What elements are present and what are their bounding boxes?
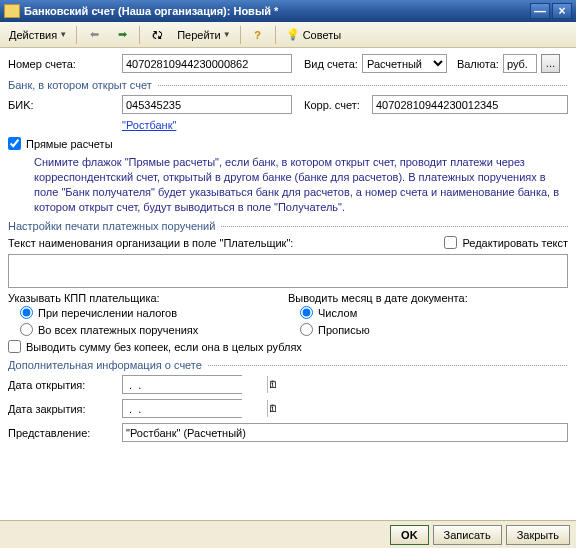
edit-text-checkbox[interactable] xyxy=(444,236,457,249)
chevron-down-icon: ▼ xyxy=(59,30,67,39)
print-section-header: Настройки печати платежных поручений xyxy=(8,220,568,232)
back-button[interactable]: ⬅ xyxy=(81,25,107,45)
month-opt1-label: Числом xyxy=(318,307,357,319)
month-opt2-label: Прописью xyxy=(318,324,370,336)
close-button-label: Закрыть xyxy=(517,529,559,541)
back-icon: ⬅ xyxy=(86,27,102,43)
close-date-label: Дата закрытия: xyxy=(8,403,118,415)
representation-input[interactable] xyxy=(122,423,568,442)
bik-input[interactable] xyxy=(122,95,292,114)
print-section-title: Настройки печати платежных поручений xyxy=(8,220,221,232)
account-type-label: Вид счета: xyxy=(304,58,358,70)
minimize-button[interactable]: — xyxy=(530,3,550,19)
help-button[interactable]: ? xyxy=(245,25,271,45)
forward-button[interactable]: ➡ xyxy=(109,25,135,45)
korr-input[interactable] xyxy=(372,95,568,114)
account-type-select[interactable]: Расчетный xyxy=(362,54,447,73)
currency-picker-button[interactable]: … xyxy=(541,54,560,73)
additional-section-title: Дополнительная информация о счете xyxy=(8,359,208,371)
forward-icon: ➡ xyxy=(114,27,130,43)
payer-text-label: Текст наименования организации в поле "П… xyxy=(8,237,440,249)
bik-label: БИK: xyxy=(8,99,118,111)
toolbar: Действия ▼ ⬅ ➡ 🗘 Перейти ▼ ? 💡 Советы xyxy=(0,22,576,48)
refresh-icon: 🗘 xyxy=(149,27,165,43)
window-title: Банковский счет (Наша организация): Новы… xyxy=(24,5,530,17)
kpp-all-radio[interactable] xyxy=(20,323,33,336)
separator xyxy=(76,26,77,44)
tips-button[interactable]: 💡 Советы xyxy=(280,25,346,45)
open-date-field[interactable]: 🗓 xyxy=(122,375,242,394)
no-kopecks-checkbox[interactable] xyxy=(8,340,21,353)
bank-link[interactable]: "Ростбанк" xyxy=(122,119,176,131)
close-date-field[interactable]: 🗓 xyxy=(122,399,242,418)
month-number-radio[interactable] xyxy=(300,306,313,319)
account-no-label: Номер счета: xyxy=(8,58,118,70)
separator xyxy=(275,26,276,44)
kpp-opt1-label: При перечислении налогов xyxy=(38,307,177,319)
goto-menu[interactable]: Перейти ▼ xyxy=(172,25,236,45)
direct-payments-label: Прямые расчеты xyxy=(26,138,113,150)
save-button-label: Записать xyxy=(444,529,491,541)
ok-button-label: OK xyxy=(401,529,418,541)
ok-button[interactable]: OK xyxy=(390,525,429,545)
titlebar: Банковский счет (Наша организация): Новы… xyxy=(0,0,576,22)
tips-label: Советы xyxy=(303,29,341,41)
kpp-opt2-label: Во всех платежных поручениях xyxy=(38,324,198,336)
goto-label: Перейти xyxy=(177,29,221,41)
actions-menu[interactable]: Действия ▼ xyxy=(4,25,72,45)
bank-section-title: Банк, в котором открыт счет xyxy=(8,79,158,91)
korr-label: Корр. счет: xyxy=(304,99,368,111)
calendar-icon[interactable]: 🗓 xyxy=(267,376,278,393)
currency-label: Валюта: xyxy=(457,58,499,70)
save-button[interactable]: Записать xyxy=(433,525,502,545)
footer: OK Записать Закрыть xyxy=(0,520,576,548)
actions-label: Действия xyxy=(9,29,57,41)
month-text-radio[interactable] xyxy=(300,323,313,336)
no-kopecks-label: Выводить сумму без копеек, если она в це… xyxy=(26,341,302,353)
edit-text-label: Редактировать текст xyxy=(462,237,568,249)
kpp-taxes-radio[interactable] xyxy=(20,306,33,319)
representation-label: Представление: xyxy=(8,427,118,439)
open-date-label: Дата открытия: xyxy=(8,379,118,391)
chevron-down-icon: ▼ xyxy=(223,30,231,39)
separator xyxy=(240,26,241,44)
help-icon: ? xyxy=(250,27,266,43)
app-icon xyxy=(4,4,20,18)
calendar-icon[interactable]: 🗓 xyxy=(267,400,278,417)
account-no-input[interactable] xyxy=(122,54,292,73)
lightbulb-icon: 💡 xyxy=(285,27,301,43)
content-area: Номер счета: Вид счета: Расчетный Валюта… xyxy=(0,48,576,453)
close-window-button[interactable]: × xyxy=(552,3,572,19)
close-date-input[interactable] xyxy=(123,400,267,417)
direct-payments-checkbox[interactable] xyxy=(8,137,21,150)
separator xyxy=(139,26,140,44)
refresh-button[interactable]: 🗘 xyxy=(144,25,170,45)
month-label: Выводить месяц в дате документа: xyxy=(288,292,568,304)
direct-payments-hint: Снимите флажок "Прямые расчеты", если ба… xyxy=(34,155,568,214)
additional-section-header: Дополнительная информация о счете xyxy=(8,359,568,371)
payer-text-input[interactable] xyxy=(8,254,568,288)
currency-input[interactable] xyxy=(503,54,537,73)
kpp-label: Указывать КПП плательщика: xyxy=(8,292,288,304)
close-button[interactable]: Закрыть xyxy=(506,525,570,545)
bank-section-header: Банк, в котором открыт счет xyxy=(8,79,568,91)
open-date-input[interactable] xyxy=(123,376,267,393)
